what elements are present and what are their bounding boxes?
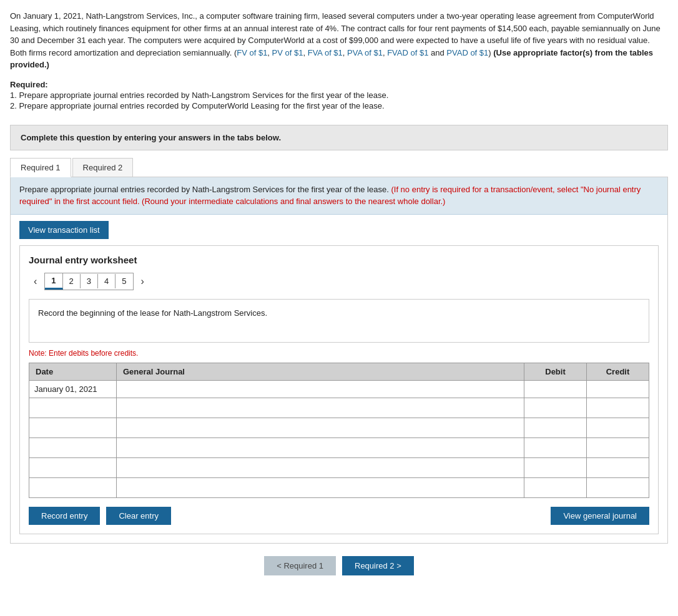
date-input-2[interactable] <box>34 401 111 415</box>
table-row <box>29 398 649 418</box>
instruction-box: Prepare appropriate journal entries reco… <box>11 177 667 215</box>
worksheet-title: Journal entry worksheet <box>29 255 649 265</box>
debit-cell-3[interactable] <box>524 418 587 438</box>
button-row: Record entry Clear entry View general jo… <box>29 507 649 525</box>
journal-input-1[interactable] <box>117 381 524 398</box>
clear-entry-button[interactable]: Clear entry <box>106 507 171 525</box>
journal-input-5[interactable] <box>117 458 524 477</box>
date-cell-4[interactable] <box>29 438 117 457</box>
table-row: January 01, 2021 <box>29 380 649 398</box>
credit-input-2[interactable] <box>587 398 649 418</box>
credit-cell-1[interactable] <box>587 380 649 398</box>
view-general-journal-button[interactable]: View general journal <box>551 507 649 525</box>
journal-cell-5[interactable] <box>117 457 524 477</box>
tab-required2[interactable]: Required 2 <box>72 158 134 177</box>
entry-description: Record the beginning of the lease for Na… <box>29 299 649 343</box>
next-required-button[interactable]: Required 2 > <box>342 556 414 575</box>
credit-input-6[interactable] <box>587 478 649 497</box>
journal-input-2[interactable] <box>117 398 524 418</box>
debit-cell-6[interactable] <box>524 477 587 497</box>
required-header: Required: 1. Prepare appropriate journal… <box>10 80 668 110</box>
journal-input-3[interactable] <box>117 418 524 438</box>
journal-cell-1[interactable] <box>117 380 524 398</box>
page-4[interactable]: 4 <box>98 274 115 288</box>
col-credit: Credit <box>587 363 649 380</box>
table-row <box>29 418 649 438</box>
note-text: Note: Enter debits before credits. <box>29 349 649 358</box>
credit-cell-5[interactable] <box>587 457 649 477</box>
date-cell-2[interactable] <box>29 398 117 418</box>
required-item1: 1. Prepare appropriate journal entries r… <box>10 90 668 100</box>
date-cell-1: January 01, 2021 <box>29 380 117 398</box>
bottom-navigation: < Required 1 Required 2 > <box>10 556 668 575</box>
required-label: Required: <box>10 80 668 89</box>
page-5[interactable]: 5 <box>115 274 132 288</box>
journal-input-4[interactable] <box>117 438 524 457</box>
debit-input-5[interactable] <box>524 458 586 477</box>
journal-cell-6[interactable] <box>117 477 524 497</box>
debit-cell-2[interactable] <box>524 398 587 418</box>
journal-cell-3[interactable] <box>117 418 524 438</box>
page-navigation: ‹ 1 2 3 4 5 › <box>29 273 649 290</box>
journal-worksheet: Journal entry worksheet ‹ 1 2 3 4 5 › Re… <box>19 245 659 534</box>
page-2[interactable]: 2 <box>63 274 81 288</box>
journal-input-6[interactable] <box>117 478 524 497</box>
debit-input-4[interactable] <box>524 438 586 457</box>
date-input-6[interactable] <box>34 481 111 495</box>
credit-cell-3[interactable] <box>587 418 649 438</box>
tab-content: Prepare appropriate journal entries reco… <box>10 177 668 544</box>
pvad-link[interactable]: PVAD of $1 <box>446 48 488 57</box>
required-item2: 2. Prepare appropriate journal entries r… <box>10 101 668 110</box>
table-row <box>29 438 649 457</box>
debit-cell-1[interactable] <box>524 380 587 398</box>
journal-table: Date General Journal Debit Credit Januar… <box>29 363 649 498</box>
debit-cell-5[interactable] <box>524 457 587 477</box>
intro-paragraph: On January 1, 2021, Nath-Langstrom Servi… <box>10 10 668 71</box>
debit-input-3[interactable] <box>524 418 586 438</box>
page-numbers: 1 2 3 4 5 <box>44 273 133 290</box>
table-row <box>29 457 649 477</box>
date-cell-3[interactable] <box>29 418 117 438</box>
date-cell-5[interactable] <box>29 457 117 477</box>
credit-cell-2[interactable] <box>587 398 649 418</box>
record-entry-button[interactable]: Record entry <box>29 507 100 525</box>
credit-input-4[interactable] <box>587 438 649 457</box>
debit-input-6[interactable] <box>524 478 586 497</box>
journal-cell-2[interactable] <box>117 398 524 418</box>
date-value-1: January 01, 2021 <box>34 384 97 394</box>
tab-required1[interactable]: Required 1 <box>10 158 71 177</box>
fv-link[interactable]: FV of $1 <box>237 48 267 57</box>
page-1[interactable]: 1 <box>45 273 62 290</box>
credit-input-1[interactable] <box>587 381 649 398</box>
table-row <box>29 477 649 497</box>
debit-input-2[interactable] <box>524 398 586 418</box>
credit-input-5[interactable] <box>587 458 649 477</box>
credit-cell-4[interactable] <box>587 438 649 457</box>
date-input-3[interactable] <box>34 421 111 435</box>
col-debit: Debit <box>524 363 587 380</box>
debit-cell-4[interactable] <box>524 438 587 457</box>
date-input-4[interactable] <box>34 441 111 455</box>
date-cell-6[interactable] <box>29 477 117 497</box>
credit-cell-6[interactable] <box>587 477 649 497</box>
complete-notice: Complete this question by entering your … <box>10 125 668 150</box>
journal-cell-4[interactable] <box>117 438 524 457</box>
debit-input-1[interactable] <box>524 381 586 398</box>
instruction-main: Prepare appropriate journal entries reco… <box>19 185 389 194</box>
fvad-link[interactable]: FVAD of $1 <box>387 48 428 57</box>
page-3[interactable]: 3 <box>81 274 98 288</box>
pv-link[interactable]: PV of $1 <box>272 48 303 57</box>
prev-required-button[interactable]: < Required 1 <box>264 556 336 575</box>
next-page-button[interactable]: › <box>136 273 149 290</box>
tabs-row: Required 1 Required 2 <box>10 158 668 177</box>
view-transaction-button[interactable]: View transaction list <box>19 221 109 239</box>
col-general-journal: General Journal <box>117 363 524 380</box>
prev-page-button[interactable]: ‹ <box>29 273 42 290</box>
date-input-5[interactable] <box>34 461 111 475</box>
tabs-container: Required 1 Required 2 Prepare appropriat… <box>10 158 668 544</box>
credit-input-3[interactable] <box>587 418 649 438</box>
fva-link[interactable]: FVA of $1 <box>308 48 343 57</box>
col-date: Date <box>29 363 117 380</box>
pva-link[interactable]: PVA of $1 <box>347 48 383 57</box>
